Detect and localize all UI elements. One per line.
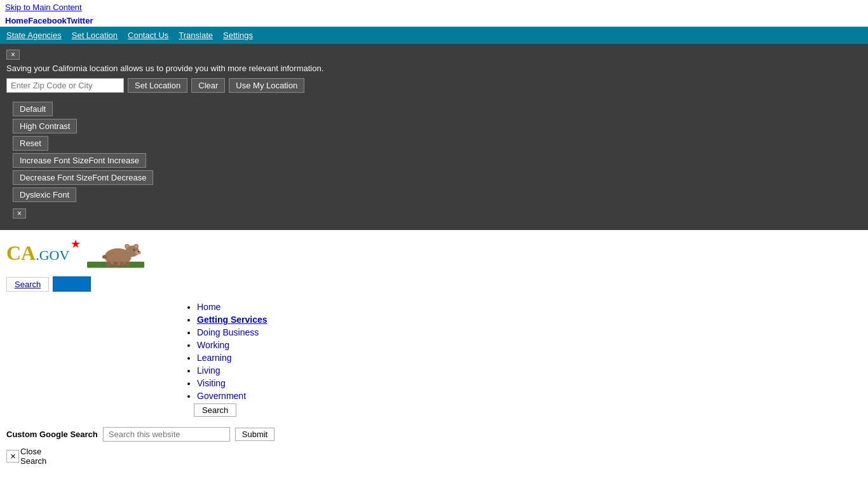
svg-point-8 [138, 251, 140, 252]
list-item: Government [197, 391, 862, 401]
nav-home-link[interactable]: Home [197, 302, 220, 312]
nav-contact-us[interactable]: Contact Us [128, 30, 168, 40]
list-item: Visiting [197, 378, 862, 388]
svg-point-10 [134, 249, 135, 250]
clear-button[interactable]: Clear [191, 78, 225, 93]
custom-search-label: Custom Google Search [6, 430, 98, 439]
twitter-link[interactable]: Twitter [67, 16, 93, 25]
zip-city-input[interactable] [6, 78, 124, 93]
custom-search-input[interactable] [103, 427, 230, 442]
bear-svg-image [87, 236, 144, 268]
dyslexic-font-button[interactable]: Dyslexic Font [13, 187, 76, 202]
set-location-button[interactable]: Set Location [128, 78, 187, 93]
close-search-icon-button[interactable]: ✕ [6, 450, 19, 463]
nav-getting-services-link[interactable]: Getting Services [197, 315, 268, 325]
nav-settings[interactable]: Settings [223, 30, 253, 40]
list-item: Home [197, 302, 862, 312]
main-content: CA.GOV ★ [0, 230, 868, 472]
increase-font-button[interactable]: Increase Font SizeFont Increase [13, 153, 146, 168]
accessibility-close-button[interactable]: × [13, 208, 26, 219]
svg-rect-11 [106, 262, 111, 268]
search-label: Search [20, 456, 46, 466]
decrease-font-button[interactable]: Decrease Font SizeFont Decrease [13, 170, 153, 185]
bear-logo [87, 236, 144, 270]
list-item: Doing Business [197, 327, 862, 337]
nav-doing-business-link[interactable]: Doing Business [197, 327, 259, 337]
star-icon: ★ [71, 237, 81, 251]
nav-state-agencies[interactable]: State Agencies [6, 30, 62, 40]
svg-rect-12 [114, 262, 119, 268]
facebook-link[interactable]: Facebook [28, 16, 67, 25]
main-nav-bar: State Agencies Set Location Contact Us T… [0, 27, 868, 44]
nav-visiting-link[interactable]: Visiting [197, 378, 226, 388]
custom-google-search-section: Custom Google Search Submit [6, 427, 862, 442]
ca-text: CA [6, 241, 36, 265]
location-panel-close-button[interactable]: × [6, 50, 20, 60]
search-box-blue[interactable] [53, 276, 91, 292]
default-button[interactable]: Default [13, 102, 53, 116]
nav-translate[interactable]: Translate [179, 30, 213, 40]
svg-point-6 [135, 245, 138, 248]
svg-point-4 [126, 245, 129, 248]
list-item: Learning [197, 353, 862, 363]
close-search-area: ✕ Close Search [6, 447, 862, 466]
location-panel: × Saving your California location allows… [0, 44, 868, 230]
location-message: Saving your California location allows u… [6, 64, 862, 73]
nav-working-link[interactable]: Working [197, 340, 229, 350]
close-label: Close [20, 447, 46, 456]
list-item: Getting Services [197, 315, 862, 325]
accessibility-section: Default High Contrast Reset Increase Fon… [6, 99, 862, 225]
reset-button[interactable]: Reset [13, 136, 48, 151]
use-my-location-button[interactable]: Use My Location [229, 78, 304, 93]
search-list-item: Search [194, 403, 862, 417]
skip-to-main-link[interactable]: Skip to Main Content [0, 0, 868, 15]
search-area: Search [6, 276, 862, 292]
search-button[interactable]: Search [6, 277, 49, 292]
nav-set-location[interactable]: Set Location [72, 30, 118, 40]
location-controls: Set Location Clear Use My Location [6, 78, 862, 93]
list-item: Living [197, 365, 862, 376]
logo-area: CA.GOV ★ [6, 236, 862, 270]
nav-living-link[interactable]: Living [197, 365, 220, 376]
nav-items-list: Home Getting Services Doing Business Wor… [184, 302, 862, 417]
svg-rect-13 [119, 262, 125, 267]
list-item: Working [197, 340, 862, 350]
ca-gov-logo: CA.GOV ★ [6, 241, 81, 265]
submit-button[interactable]: Submit [235, 428, 275, 441]
nav-list: Home Getting Services Doing Business Wor… [184, 302, 862, 417]
high-contrast-button[interactable]: High Contrast [13, 119, 77, 133]
nav-government-link[interactable]: Government [197, 391, 246, 401]
svg-point-15 [102, 255, 107, 259]
svg-point-9 [133, 248, 135, 250]
dot-gov-text: .GOV [36, 247, 69, 264]
nav-search-button[interactable]: Search [194, 403, 236, 417]
svg-rect-14 [125, 262, 130, 267]
utility-bar: HomeFacebookTwitter [0, 15, 868, 27]
home-link[interactable]: Home [5, 16, 28, 25]
nav-learning-link[interactable]: Learning [197, 353, 232, 363]
